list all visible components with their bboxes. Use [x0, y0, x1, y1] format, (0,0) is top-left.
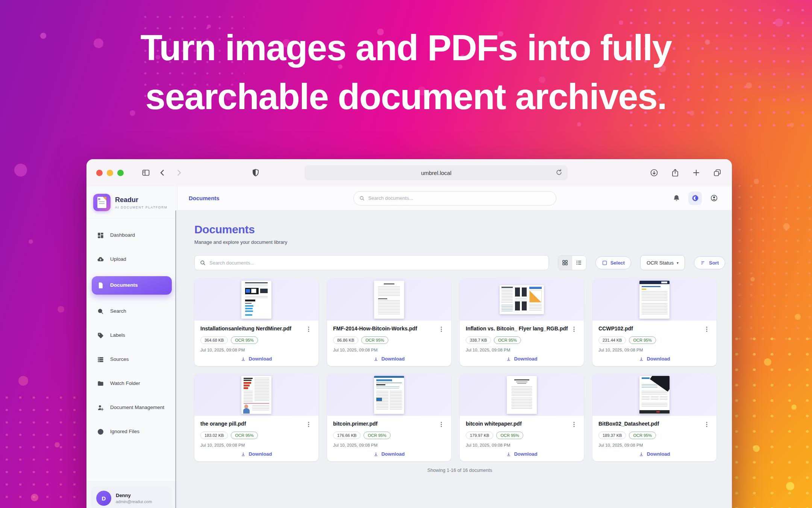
document-thumbnail[interactable]: [327, 374, 451, 416]
sidebar-toggle-icon[interactable]: [141, 168, 151, 178]
user-name: Denny: [116, 493, 152, 498]
reload-icon[interactable]: [555, 168, 563, 178]
sidebar-item-label: Documents: [110, 282, 138, 289]
user-card[interactable]: D Denny admin@readur.com: [91, 486, 173, 508]
more-options-icon[interactable]: [703, 325, 710, 333]
grid-view-button[interactable]: [558, 256, 572, 270]
document-name[interactable]: Inflation vs. Bitcoin_ Flyer lang_RGB.pd…: [466, 325, 568, 332]
file-size-badge: 364.68 KB: [200, 336, 228, 344]
sidebar-item-labels[interactable]: Labels: [92, 328, 172, 343]
back-icon[interactable]: [158, 168, 167, 178]
document-name[interactable]: the orange pill.pdf: [200, 421, 303, 427]
breadcrumb[interactable]: Documents: [189, 195, 220, 201]
ocr-status-badge: OCR 95%: [496, 432, 523, 439]
document-name[interactable]: Installationsanleitung NerdMiner.pdf: [200, 325, 303, 332]
document-card: bitcoin whitepaper.pdf 179.97 KB OCR 95%…: [460, 374, 584, 461]
download-link[interactable]: Download: [598, 356, 710, 362]
documents-page: Documents Manage and explore your docume…: [177, 210, 732, 508]
more-options-icon[interactable]: [570, 421, 578, 428]
documents-search[interactable]: [194, 255, 549, 270]
sidebar-item-label: Dashboard: [110, 232, 135, 239]
select-button[interactable]: Select: [595, 256, 631, 269]
more-options-icon[interactable]: [438, 421, 445, 428]
document-date: Jul 10, 2025, 09:08 PM: [466, 348, 578, 352]
document-thumbnail[interactable]: [460, 278, 584, 321]
decorative-dot: [783, 223, 790, 230]
tab-overview-icon[interactable]: [712, 168, 722, 178]
document-thumbnail[interactable]: [460, 374, 584, 416]
ignored-icon: [97, 428, 104, 435]
sidebar-item-dashboard[interactable]: Dashboard: [92, 228, 172, 243]
hero-line-1: Turn images and PDFs into fully: [0, 23, 812, 72]
more-options-icon[interactable]: [305, 325, 312, 333]
traffic-lights: [96, 170, 124, 176]
document-name[interactable]: FMF-2014-How-Bitcoin-Works.pdf: [333, 325, 435, 332]
sidebar-item-upload[interactable]: Upload: [92, 252, 172, 267]
sort-button[interactable]: Sort: [694, 256, 725, 269]
documents-search-input[interactable]: [209, 260, 544, 266]
more-options-icon[interactable]: [703, 421, 710, 428]
more-options-icon[interactable]: [570, 325, 578, 333]
sidebar-item-documents[interactable]: Documents: [92, 276, 172, 295]
download-link[interactable]: Download: [466, 356, 578, 362]
url-text: umbrel.local: [421, 170, 451, 176]
download-icon: [241, 356, 246, 362]
download-link[interactable]: Download: [200, 356, 312, 362]
zoom-window-button[interactable]: [117, 170, 124, 176]
file-size-badge: 189.37 KB: [598, 432, 626, 439]
document-name[interactable]: bitcoin.primer.pdf: [333, 421, 435, 427]
ocr-status-dropdown[interactable]: OCR Status ▾: [640, 255, 685, 270]
share-icon[interactable]: [670, 168, 680, 178]
document-thumbnail[interactable]: [194, 374, 318, 416]
browser-window: umbrel.local: [86, 159, 732, 508]
downloads-icon[interactable]: [649, 168, 659, 178]
sidebar-item-ignored-files[interactable]: Ignored Files: [92, 424, 172, 439]
theme-toggle-icon[interactable]: [688, 192, 702, 205]
download-link[interactable]: Download: [333, 451, 445, 457]
document-icon: [97, 282, 104, 289]
more-options-icon[interactable]: [438, 325, 445, 333]
document-card: Installationsanleitung NerdMiner.pdf 364…: [194, 278, 318, 366]
list-view-button[interactable]: [572, 256, 586, 270]
sidebar-item-search[interactable]: Search: [92, 304, 172, 319]
document-name[interactable]: BitBox02_Datasheet.pdf: [598, 421, 701, 427]
address-bar[interactable]: umbrel.local: [304, 165, 568, 180]
sidebar-item-document-management[interactable]: Document Management: [92, 400, 172, 415]
document-thumbnail[interactable]: [194, 278, 318, 321]
download-icon: [373, 356, 379, 362]
file-size-badge: 231.44 KB: [598, 336, 626, 344]
sidebar-scrollbar[interactable]: [175, 210, 176, 508]
download-link[interactable]: Download: [598, 451, 710, 457]
download-label: Download: [514, 451, 537, 457]
privacy-shield-icon[interactable]: [251, 168, 261, 178]
document-name[interactable]: CCWP102.pdf: [598, 325, 701, 332]
document-thumbnail[interactable]: [592, 374, 717, 416]
document-date: Jul 10, 2025, 09:08 PM: [333, 348, 445, 352]
minimize-window-button[interactable]: [107, 170, 113, 176]
file-size-badge: 86.86 KB: [333, 336, 358, 344]
download-link[interactable]: Download: [200, 451, 312, 457]
download-link[interactable]: Download: [333, 356, 445, 362]
document-card: FMF-2014-How-Bitcoin-Works.pdf 86.86 KB …: [327, 278, 451, 366]
app-topbar: Documents: [177, 186, 732, 210]
download-link[interactable]: Download: [466, 451, 578, 457]
decorative-dot: [18, 376, 28, 386]
sidebar-item-sources[interactable]: Sources: [92, 352, 172, 367]
document-thumbnail[interactable]: [327, 278, 451, 321]
notifications-bell-icon[interactable]: [670, 192, 683, 205]
brand-tagline: AI DOCUMENT PLATFORM: [115, 205, 167, 209]
global-search[interactable]: [353, 191, 556, 205]
global-search-input[interactable]: [368, 195, 551, 201]
document-date: Jul 10, 2025, 09:08 PM: [598, 443, 710, 447]
document-thumbnail[interactable]: [592, 278, 717, 321]
document-name[interactable]: bitcoin whitepaper.pdf: [466, 421, 568, 427]
forward-icon[interactable]: [174, 168, 184, 178]
decorative-dot: [14, 164, 27, 176]
document-card: Inflation vs. Bitcoin_ Flyer lang_RGB.pd…: [460, 278, 584, 366]
close-window-button[interactable]: [96, 170, 103, 176]
new-tab-icon[interactable]: [691, 168, 701, 178]
more-options-icon[interactable]: [305, 421, 312, 428]
account-icon[interactable]: [707, 192, 721, 205]
sidebar-item-watch-folder[interactable]: Watch Folder: [92, 376, 172, 391]
page-title: Documents: [194, 223, 725, 236]
